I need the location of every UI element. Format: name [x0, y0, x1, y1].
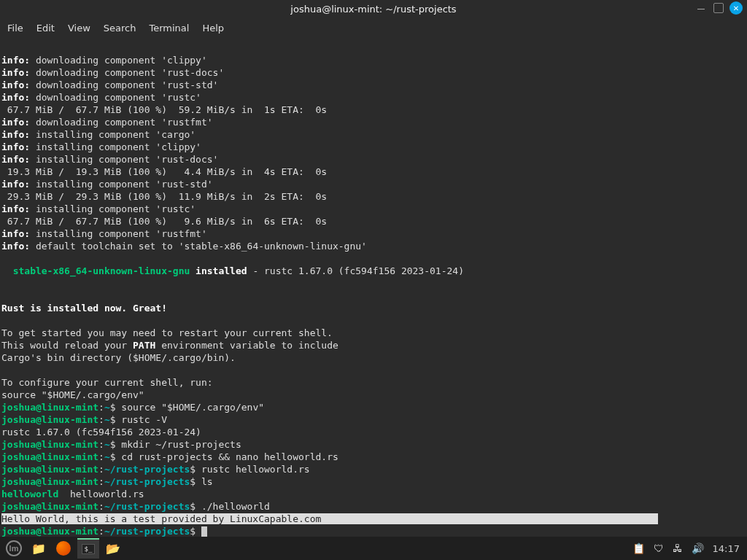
window-controls: [694, 1, 743, 15]
prompt-sep: :: [98, 464, 104, 475]
prompt-sep: :: [98, 476, 104, 487]
output-text: downloading component 'clippy': [30, 55, 207, 66]
window-title: joshua@linux-mint: ~/rust-projects: [290, 4, 456, 15]
output-text: default toolchain set to 'stable-x86_64-…: [30, 241, 367, 252]
window-titlebar: joshua@linux-mint: ~/rust-projects: [0, 0, 747, 18]
prompt-sep: :: [98, 414, 104, 425]
output-text: Cargo's bin directory ($HOME/.cargo/bin)…: [1, 352, 236, 363]
cmd-text: [196, 526, 201, 537]
info-label: info:: [1, 228, 30, 239]
info-label: info:: [1, 55, 30, 66]
volume-icon[interactable]: 🔊: [692, 542, 704, 554]
prompt-dollar: $: [110, 451, 116, 462]
output-text: installing component 'clippy': [30, 141, 201, 152]
output-text: downloading component 'rust-std': [30, 79, 218, 90]
clock[interactable]: 14:17: [713, 543, 740, 554]
info-label: info:: [1, 141, 30, 152]
output-text: 67.7 MiB / 67.7 MiB (100 %) 59.2 MiB/s i…: [1, 104, 327, 115]
firefox-launcher[interactable]: [53, 538, 74, 559]
prompt-user: joshua@linux-mint: [1, 501, 98, 512]
prompt-path: ~: [104, 439, 110, 450]
firefox-icon: [56, 541, 71, 556]
prompt-path: ~: [104, 451, 110, 462]
terminal-output[interactable]: info: downloading component 'clippy' inf…: [0, 41, 747, 537]
maximize-button[interactable]: [713, 3, 724, 13]
output-text: 29.3 MiB / 29.3 MiB (100 %) 11.9 MiB/s i…: [1, 191, 327, 202]
prompt-path: ~: [104, 414, 110, 425]
output-text: - rustc 1.67.0 (fc594f156 2023-01-24): [247, 265, 464, 276]
prompt-user: joshua@linux-mint: [1, 464, 98, 475]
menu-terminal[interactable]: Terminal: [149, 23, 189, 34]
prompt-user: joshua@linux-mint: [1, 476, 98, 487]
menu-edit[interactable]: Edit: [36, 23, 55, 34]
prompt-path: ~/rust-projects: [104, 476, 190, 487]
prompt-path: ~/rust-projects: [104, 464, 190, 475]
output-text: 67.7 MiB / 67.7 MiB (100 %) 9.6 MiB/s in…: [1, 216, 327, 227]
output-text: downloading component 'rustfmt': [30, 117, 212, 128]
files-launcher[interactable]: 📁: [28, 538, 50, 559]
start-menu-button[interactable]: lm: [3, 538, 25, 559]
cursor: [201, 526, 207, 537]
terminal-taskbar-item[interactable]: $_: [77, 538, 99, 559]
menu-file[interactable]: File: [7, 23, 23, 34]
network-icon[interactable]: 🖧: [673, 542, 683, 554]
output-text: To configure your current shell, run:: [1, 377, 213, 388]
output-text: rustc 1.67.0 (fc594f156 2023-01-24): [1, 427, 201, 438]
info-label: info:: [1, 241, 30, 252]
info-label: info:: [1, 179, 30, 190]
close-button[interactable]: [729, 1, 743, 15]
prompt-dollar: $: [110, 402, 116, 413]
info-label: info:: [1, 92, 30, 103]
info-label: info:: [1, 154, 30, 165]
cmd-text: rustc -V: [116, 414, 167, 425]
cmd-text: mkdir ~/rust-projects: [116, 439, 241, 450]
shield-icon[interactable]: 🛡: [654, 542, 664, 554]
highlighted-output: Hello World, this is a test provided by …: [1, 513, 321, 524]
prompt-path: ~: [104, 402, 110, 413]
folder-taskbar-item[interactable]: 📂: [102, 538, 124, 559]
output-text: downloading component 'rustc': [30, 92, 201, 103]
cmd-text: rustc helloworld.rs: [196, 464, 310, 475]
info-label: info:: [1, 79, 30, 90]
prompt-dollar: $: [190, 501, 196, 512]
prompt-sep: :: [98, 439, 104, 450]
terminal-icon: $_: [82, 544, 96, 554]
menu-view[interactable]: View: [68, 23, 90, 34]
output-text: To get started you may need to restart y…: [1, 327, 333, 338]
prompt-user: joshua@linux-mint: [1, 526, 98, 537]
prompt-dollar: $: [110, 439, 116, 450]
prompt-path: ~/rust-projects: [104, 526, 190, 537]
output-text: installing component 'rustc': [30, 203, 196, 214]
prompt-dollar: $: [190, 464, 196, 475]
output-text: downloading component 'rust-docs': [30, 67, 224, 78]
info-label: info:: [1, 67, 30, 78]
prompt-user: joshua@linux-mint: [1, 451, 98, 462]
cmd-text: source "$HOME/.cargo/env": [116, 402, 265, 413]
output-text: installing component 'rustfmt': [30, 228, 207, 239]
cmd-text: cd rust-projects && nano helloworld.rs: [116, 451, 338, 462]
taskbar: lm 📁 $_ 📂 📋 🛡 🖧 🔊 14:17: [0, 537, 747, 560]
prompt-dollar: $: [190, 476, 196, 487]
highlighted-pad: [321, 513, 658, 524]
menu-search[interactable]: Search: [104, 23, 136, 34]
clipboard-icon[interactable]: 📋: [632, 542, 645, 554]
output-text: installing component 'rust-std': [30, 179, 212, 190]
prompt-dollar: $: [110, 414, 116, 425]
prompt-sep: :: [98, 451, 104, 462]
output-text: Rust is installed now. Great!: [1, 303, 167, 314]
folder-icon: 📁: [31, 542, 46, 556]
system-tray: 📋 🛡 🖧 🔊 14:17: [632, 542, 747, 554]
mint-icon: lm: [6, 540, 22, 556]
executable-name: helloworld: [1, 489, 58, 499]
info-label: info:: [1, 203, 30, 214]
menubar: File Edit View Search Terminal Help: [0, 18, 747, 38]
menu-help[interactable]: Help: [202, 23, 224, 34]
cmd-text: ./helloworld: [196, 501, 270, 512]
prompt-dollar: $: [190, 526, 196, 537]
installed-label: installed: [190, 265, 247, 276]
minimize-button[interactable]: [694, 1, 708, 15]
folder-icon: 📂: [106, 542, 120, 556]
prompt-user: joshua@linux-mint: [1, 402, 98, 413]
prompt-user: joshua@linux-mint: [1, 414, 98, 425]
info-label: info:: [1, 117, 30, 128]
